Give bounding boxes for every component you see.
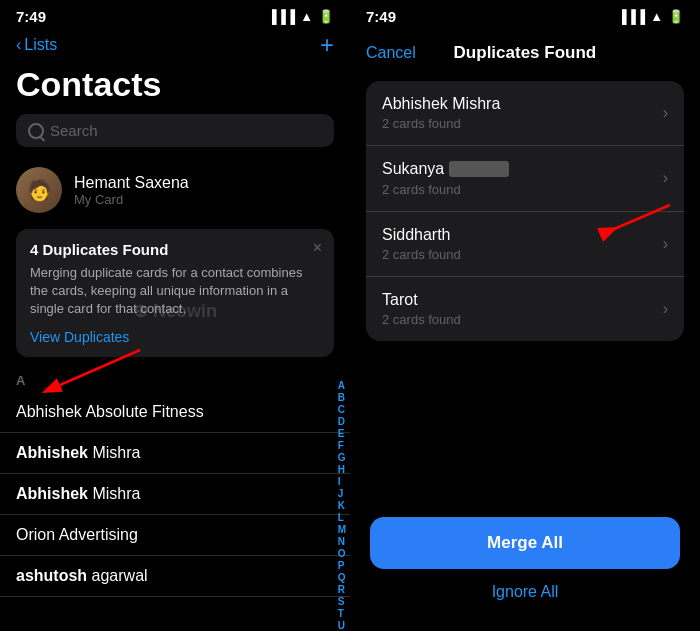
contact-list: A Abhishek Absolute Fitness Abhishek Mis… (0, 365, 350, 631)
right-signal-icon: ▐▐▐ (617, 9, 645, 24)
right-status-bar: 7:49 ▐▐▐ ▲ 🔋 (350, 0, 700, 29)
right-nav: Cancel Duplicates Found (350, 29, 700, 71)
dup-name: Abhishek Mishra (382, 95, 500, 113)
search-bar[interactable]: Search (16, 114, 334, 147)
my-card[interactable]: 🧑 Hemant Saxena My Card (0, 159, 350, 221)
list-item[interactable]: Abhishek Mishra (0, 433, 350, 474)
battery-icon: 🔋 (318, 9, 334, 24)
section-header-a: A (0, 365, 350, 392)
chevron-right-icon: › (663, 169, 668, 187)
wifi-icon: ▲ (300, 9, 313, 24)
duplicate-item-tarot[interactable]: Tarot 2 cards found › (366, 277, 684, 341)
dup-name: Sukanya (382, 160, 509, 179)
right-wifi-icon: ▲ (650, 9, 663, 24)
duplicate-item-sukanya[interactable]: Sukanya 2 cards found › (366, 146, 684, 212)
signal-icon: ▐▐▐ (267, 9, 295, 24)
back-button[interactable]: ‹ Lists (16, 36, 57, 54)
duplicates-title: Duplicates Found (454, 43, 597, 63)
list-item[interactable]: Orion Advertising (0, 515, 350, 556)
my-card-info: Hemant Saxena My Card (74, 174, 189, 207)
dup-count: 2 cards found (382, 116, 500, 131)
close-banner-button[interactable]: × (313, 239, 322, 257)
duplicates-list: Abhishek Mishra 2 cards found › Sukanya … (366, 81, 684, 341)
add-button[interactable]: + (320, 31, 334, 59)
merge-all-button[interactable]: Merge All (370, 517, 680, 569)
right-status-time: 7:49 (366, 8, 396, 25)
right-battery-icon: 🔋 (668, 9, 684, 24)
duplicate-item-abhishek[interactable]: Abhishek Mishra 2 cards found › (366, 81, 684, 146)
view-duplicates-link[interactable]: View Duplicates (30, 329, 320, 345)
chevron-left-icon: ‹ (16, 36, 21, 54)
banner-description: Merging duplicate cards for a contact co… (30, 264, 320, 319)
left-panel: 7:49 ▐▐▐ ▲ 🔋 ‹ Lists + Contacts Search 🧑… (0, 0, 350, 631)
blurred-text (449, 161, 509, 177)
ignore-all-button[interactable]: Ignore All (492, 583, 559, 601)
chevron-right-icon: › (663, 300, 668, 318)
list-item[interactable]: Abhishek Mishra (0, 474, 350, 515)
my-card-name: Hemant Saxena (74, 174, 189, 192)
dup-count: 2 cards found (382, 247, 461, 262)
right-panel: 7:49 ▐▐▐ ▲ 🔋 Cancel Duplicates Found Abh… (350, 0, 700, 631)
back-label: Lists (24, 36, 57, 54)
bottom-actions: Merge All Ignore All (350, 517, 700, 601)
nav-bar: ‹ Lists + (0, 29, 350, 65)
cancel-button[interactable]: Cancel (366, 44, 416, 62)
status-icons: ▐▐▐ ▲ 🔋 (267, 9, 334, 24)
dup-count: 2 cards found (382, 312, 461, 327)
dup-name: Siddharth (382, 226, 461, 244)
right-status-icons: ▐▐▐ ▲ 🔋 (617, 9, 684, 24)
page-title: Contacts (0, 65, 350, 114)
duplicate-item-siddharth[interactable]: Siddharth 2 cards found › (366, 212, 684, 277)
chevron-right-icon: › (663, 235, 668, 253)
search-icon (28, 123, 44, 139)
search-placeholder: Search (50, 122, 98, 139)
avatar: 🧑 (16, 167, 62, 213)
status-time: 7:49 (16, 8, 46, 25)
list-item[interactable]: Abhishek Absolute Fitness (0, 392, 350, 433)
chevron-right-icon: › (663, 104, 668, 122)
duplicates-banner: 4 Duplicates Found Merging duplicate car… (16, 229, 334, 357)
alphabet-index[interactable]: A B C D E F G H I J K L M N O P Q R S T … (338, 380, 346, 631)
dup-count: 2 cards found (382, 182, 509, 197)
dup-name: Tarot (382, 291, 461, 309)
my-card-label: My Card (74, 192, 189, 207)
list-item[interactable]: ashutosh agarwal (0, 556, 350, 597)
status-bar: 7:49 ▐▐▐ ▲ 🔋 (0, 0, 350, 29)
banner-title: 4 Duplicates Found (30, 241, 320, 258)
